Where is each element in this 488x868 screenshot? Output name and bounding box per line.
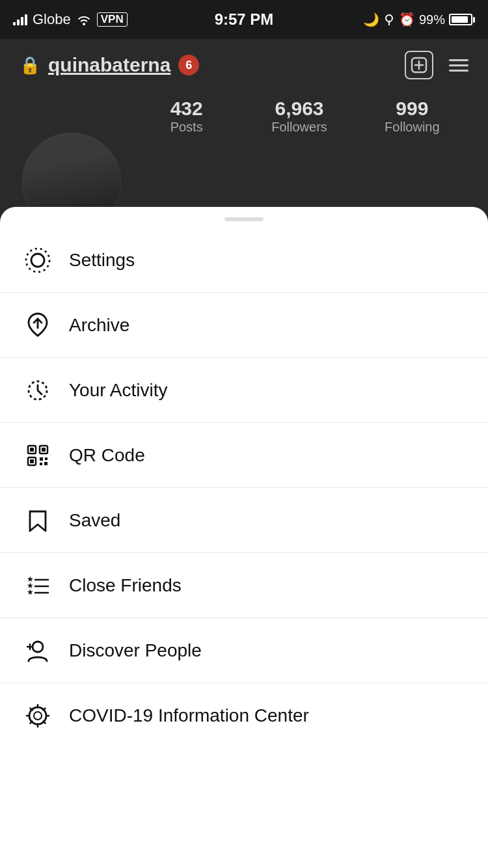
battery-percent: 99% (419, 12, 445, 27)
time-display: 9:57 PM (215, 10, 274, 29)
sheet-handle (224, 217, 264, 221)
covid19-icon (23, 701, 69, 730)
svg-point-29 (34, 712, 42, 720)
saved-label: Saved (69, 510, 120, 531)
svg-point-0 (386, 15, 392, 21)
svg-rect-17 (44, 462, 47, 465)
profile-header: 🔒 quinabaterna 6 (0, 39, 488, 91)
signal-icon (13, 14, 27, 25)
posts-label: Posts (170, 120, 203, 135)
svg-rect-11 (42, 448, 46, 452)
stats-row: 432 Posts 6,963 Followers 999 Following (0, 91, 488, 135)
following-label: Following (385, 120, 439, 135)
menu-item-archive[interactable]: Archive (0, 293, 488, 358)
username-row: 🔒 quinabaterna 6 (20, 54, 199, 76)
settings-icon (23, 246, 69, 275)
battery-icon (449, 14, 475, 25)
menu-item-qr-code[interactable]: QR Code (0, 423, 488, 488)
your-activity-icon (23, 376, 69, 405)
notification-badge[interactable]: 6 (178, 55, 199, 75)
menu-item-discover-people[interactable]: Discover People (0, 618, 488, 683)
svg-rect-9 (30, 448, 34, 452)
discover-people-label: Discover People (69, 640, 202, 661)
settings-label: Settings (69, 250, 135, 271)
followers-count: 6,963 (275, 98, 323, 120)
menu-item-saved[interactable]: Saved (0, 488, 488, 553)
bottom-sheet: Settings Archive Your Activity (0, 207, 488, 868)
svg-rect-16 (40, 463, 42, 465)
svg-point-4 (31, 254, 44, 267)
following-count: 999 (396, 98, 428, 120)
status-left: Globe VPN (13, 11, 128, 28)
covid19-label: COVID-19 Information Center (69, 705, 309, 726)
plus-icon (411, 57, 427, 74)
saved-icon (23, 506, 69, 535)
wifi-icon (76, 14, 92, 25)
your-activity-label: Your Activity (69, 380, 167, 401)
menu-item-your-activity[interactable]: Your Activity (0, 358, 488, 423)
posts-count: 432 (170, 98, 203, 120)
discover-people-icon (23, 636, 69, 665)
menu-item-close-friends[interactable]: ★ ★ ★ Close Friends (0, 553, 488, 618)
status-bar: Globe VPN 9:57 PM 🌙 ⏰ 99% (0, 0, 488, 39)
posts-stat[interactable]: 432 Posts (130, 98, 243, 135)
followers-stat[interactable]: 6,963 Followers (243, 98, 355, 135)
status-right: 🌙 ⏰ 99% (363, 12, 475, 27)
qr-code-label: QR Code (69, 445, 145, 466)
qr-code-icon (23, 441, 69, 470)
close-friends-icon: ★ ★ ★ (23, 571, 69, 600)
svg-rect-14 (40, 457, 43, 461)
lock-icon: 🔒 (20, 55, 40, 75)
followers-label: Followers (271, 120, 327, 135)
alarm-icon: ⏰ (399, 12, 415, 27)
carrier-label: Globe (33, 11, 71, 28)
svg-point-25 (33, 642, 43, 652)
menu-item-covid19[interactable]: COVID-19 Information Center (0, 683, 488, 748)
vpn-badge: VPN (97, 12, 128, 27)
username-label[interactable]: quinabaterna (48, 54, 170, 76)
svg-point-5 (26, 249, 49, 272)
following-stat[interactable]: 999 Following (356, 98, 468, 135)
add-content-button[interactable] (405, 51, 433, 79)
svg-rect-15 (45, 457, 47, 460)
hamburger-menu-button[interactable] (449, 59, 468, 72)
menu-item-settings[interactable]: Settings (0, 228, 488, 293)
archive-icon (23, 311, 69, 340)
svg-text:★: ★ (27, 588, 34, 597)
svg-rect-13 (30, 459, 34, 463)
moon-icon: 🌙 (363, 12, 379, 27)
close-friends-label: Close Friends (69, 575, 182, 596)
archive-label: Archive (69, 315, 129, 336)
location-icon (383, 13, 395, 26)
header-icons (405, 51, 468, 79)
